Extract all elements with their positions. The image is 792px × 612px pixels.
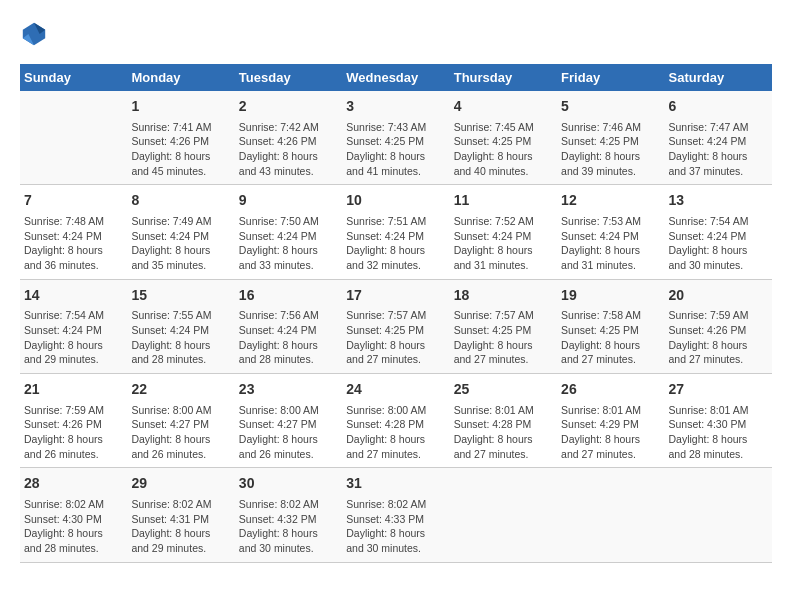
- calendar-cell: 12Sunrise: 7:53 AM Sunset: 4:24 PM Dayli…: [557, 185, 664, 279]
- day-number: 19: [561, 286, 660, 306]
- calendar-cell: 3Sunrise: 7:43 AM Sunset: 4:25 PM Daylig…: [342, 91, 449, 185]
- day-number: 25: [454, 380, 553, 400]
- weekday-header-friday: Friday: [557, 64, 664, 91]
- calendar-cell: 27Sunrise: 8:01 AM Sunset: 4:30 PM Dayli…: [665, 374, 772, 468]
- weekday-header-tuesday: Tuesday: [235, 64, 342, 91]
- calendar-table: SundayMondayTuesdayWednesdayThursdayFrid…: [20, 64, 772, 563]
- day-info: Sunrise: 8:00 AM Sunset: 4:28 PM Dayligh…: [346, 403, 445, 462]
- logo-icon: [20, 20, 48, 48]
- day-info: Sunrise: 8:02 AM Sunset: 4:31 PM Dayligh…: [131, 497, 230, 556]
- calendar-cell: 11Sunrise: 7:52 AM Sunset: 4:24 PM Dayli…: [450, 185, 557, 279]
- calendar-cell: 15Sunrise: 7:55 AM Sunset: 4:24 PM Dayli…: [127, 279, 234, 373]
- day-number: 24: [346, 380, 445, 400]
- calendar-cell: 1Sunrise: 7:41 AM Sunset: 4:26 PM Daylig…: [127, 91, 234, 185]
- day-number: 29: [131, 474, 230, 494]
- day-number: 21: [24, 380, 123, 400]
- day-number: 10: [346, 191, 445, 211]
- calendar-cell: 2Sunrise: 7:42 AM Sunset: 4:26 PM Daylig…: [235, 91, 342, 185]
- day-info: Sunrise: 8:01 AM Sunset: 4:30 PM Dayligh…: [669, 403, 768, 462]
- calendar-cell: 25Sunrise: 8:01 AM Sunset: 4:28 PM Dayli…: [450, 374, 557, 468]
- calendar-cell: 21Sunrise: 7:59 AM Sunset: 4:26 PM Dayli…: [20, 374, 127, 468]
- calendar-cell: 22Sunrise: 8:00 AM Sunset: 4:27 PM Dayli…: [127, 374, 234, 468]
- day-info: Sunrise: 8:02 AM Sunset: 4:32 PM Dayligh…: [239, 497, 338, 556]
- calendar-cell: 19Sunrise: 7:58 AM Sunset: 4:25 PM Dayli…: [557, 279, 664, 373]
- day-number: 4: [454, 97, 553, 117]
- day-number: 11: [454, 191, 553, 211]
- weekday-header-thursday: Thursday: [450, 64, 557, 91]
- weekday-header-saturday: Saturday: [665, 64, 772, 91]
- day-info: Sunrise: 7:58 AM Sunset: 4:25 PM Dayligh…: [561, 308, 660, 367]
- day-info: Sunrise: 7:47 AM Sunset: 4:24 PM Dayligh…: [669, 120, 768, 179]
- calendar-cell: 18Sunrise: 7:57 AM Sunset: 4:25 PM Dayli…: [450, 279, 557, 373]
- calendar-week-row: 1Sunrise: 7:41 AM Sunset: 4:26 PM Daylig…: [20, 91, 772, 185]
- calendar-cell: 10Sunrise: 7:51 AM Sunset: 4:24 PM Dayli…: [342, 185, 449, 279]
- calendar-week-row: 7Sunrise: 7:48 AM Sunset: 4:24 PM Daylig…: [20, 185, 772, 279]
- day-number: 23: [239, 380, 338, 400]
- day-info: Sunrise: 7:50 AM Sunset: 4:24 PM Dayligh…: [239, 214, 338, 273]
- calendar-cell: 23Sunrise: 8:00 AM Sunset: 4:27 PM Dayli…: [235, 374, 342, 468]
- day-number: 9: [239, 191, 338, 211]
- day-info: Sunrise: 7:46 AM Sunset: 4:25 PM Dayligh…: [561, 120, 660, 179]
- day-number: 31: [346, 474, 445, 494]
- day-info: Sunrise: 8:02 AM Sunset: 4:30 PM Dayligh…: [24, 497, 123, 556]
- day-info: Sunrise: 8:02 AM Sunset: 4:33 PM Dayligh…: [346, 497, 445, 556]
- day-number: 20: [669, 286, 768, 306]
- day-info: Sunrise: 8:00 AM Sunset: 4:27 PM Dayligh…: [239, 403, 338, 462]
- calendar-cell: 31Sunrise: 8:02 AM Sunset: 4:33 PM Dayli…: [342, 468, 449, 562]
- calendar-week-row: 28Sunrise: 8:02 AM Sunset: 4:30 PM Dayli…: [20, 468, 772, 562]
- day-info: Sunrise: 7:54 AM Sunset: 4:24 PM Dayligh…: [24, 308, 123, 367]
- day-info: Sunrise: 8:00 AM Sunset: 4:27 PM Dayligh…: [131, 403, 230, 462]
- day-number: 1: [131, 97, 230, 117]
- day-info: Sunrise: 7:49 AM Sunset: 4:24 PM Dayligh…: [131, 214, 230, 273]
- day-number: 14: [24, 286, 123, 306]
- calendar-cell: 7Sunrise: 7:48 AM Sunset: 4:24 PM Daylig…: [20, 185, 127, 279]
- calendar-cell: [665, 468, 772, 562]
- calendar-cell: 4Sunrise: 7:45 AM Sunset: 4:25 PM Daylig…: [450, 91, 557, 185]
- day-info: Sunrise: 7:57 AM Sunset: 4:25 PM Dayligh…: [346, 308, 445, 367]
- day-info: Sunrise: 7:55 AM Sunset: 4:24 PM Dayligh…: [131, 308, 230, 367]
- day-number: 5: [561, 97, 660, 117]
- day-info: Sunrise: 7:45 AM Sunset: 4:25 PM Dayligh…: [454, 120, 553, 179]
- calendar-cell: [20, 91, 127, 185]
- day-info: Sunrise: 7:41 AM Sunset: 4:26 PM Dayligh…: [131, 120, 230, 179]
- calendar-cell: 5Sunrise: 7:46 AM Sunset: 4:25 PM Daylig…: [557, 91, 664, 185]
- logo: [20, 20, 52, 48]
- calendar-cell: 29Sunrise: 8:02 AM Sunset: 4:31 PM Dayli…: [127, 468, 234, 562]
- day-number: 28: [24, 474, 123, 494]
- day-number: 6: [669, 97, 768, 117]
- weekday-header-monday: Monday: [127, 64, 234, 91]
- calendar-cell: 24Sunrise: 8:00 AM Sunset: 4:28 PM Dayli…: [342, 374, 449, 468]
- day-number: 8: [131, 191, 230, 211]
- calendar-cell: 16Sunrise: 7:56 AM Sunset: 4:24 PM Dayli…: [235, 279, 342, 373]
- day-info: Sunrise: 7:57 AM Sunset: 4:25 PM Dayligh…: [454, 308, 553, 367]
- calendar-cell: 26Sunrise: 8:01 AM Sunset: 4:29 PM Dayli…: [557, 374, 664, 468]
- day-info: Sunrise: 7:52 AM Sunset: 4:24 PM Dayligh…: [454, 214, 553, 273]
- calendar-cell: 13Sunrise: 7:54 AM Sunset: 4:24 PM Dayli…: [665, 185, 772, 279]
- calendar-cell: 20Sunrise: 7:59 AM Sunset: 4:26 PM Dayli…: [665, 279, 772, 373]
- calendar-cell: 6Sunrise: 7:47 AM Sunset: 4:24 PM Daylig…: [665, 91, 772, 185]
- day-number: 22: [131, 380, 230, 400]
- weekday-header-wednesday: Wednesday: [342, 64, 449, 91]
- day-info: Sunrise: 7:54 AM Sunset: 4:24 PM Dayligh…: [669, 214, 768, 273]
- page-header: [20, 20, 772, 48]
- calendar-cell: 8Sunrise: 7:49 AM Sunset: 4:24 PM Daylig…: [127, 185, 234, 279]
- weekday-row: SundayMondayTuesdayWednesdayThursdayFrid…: [20, 64, 772, 91]
- day-info: Sunrise: 7:56 AM Sunset: 4:24 PM Dayligh…: [239, 308, 338, 367]
- day-number: 27: [669, 380, 768, 400]
- calendar-cell: 9Sunrise: 7:50 AM Sunset: 4:24 PM Daylig…: [235, 185, 342, 279]
- day-number: 30: [239, 474, 338, 494]
- weekday-header-sunday: Sunday: [20, 64, 127, 91]
- day-info: Sunrise: 7:59 AM Sunset: 4:26 PM Dayligh…: [24, 403, 123, 462]
- day-number: 17: [346, 286, 445, 306]
- day-number: 18: [454, 286, 553, 306]
- calendar-cell: 28Sunrise: 8:02 AM Sunset: 4:30 PM Dayli…: [20, 468, 127, 562]
- calendar-cell: [450, 468, 557, 562]
- svg-marker-0: [23, 23, 45, 45]
- day-info: Sunrise: 7:53 AM Sunset: 4:24 PM Dayligh…: [561, 214, 660, 273]
- day-number: 3: [346, 97, 445, 117]
- calendar-cell: 17Sunrise: 7:57 AM Sunset: 4:25 PM Dayli…: [342, 279, 449, 373]
- calendar-cell: [557, 468, 664, 562]
- day-number: 16: [239, 286, 338, 306]
- day-info: Sunrise: 7:43 AM Sunset: 4:25 PM Dayligh…: [346, 120, 445, 179]
- calendar-cell: 14Sunrise: 7:54 AM Sunset: 4:24 PM Dayli…: [20, 279, 127, 373]
